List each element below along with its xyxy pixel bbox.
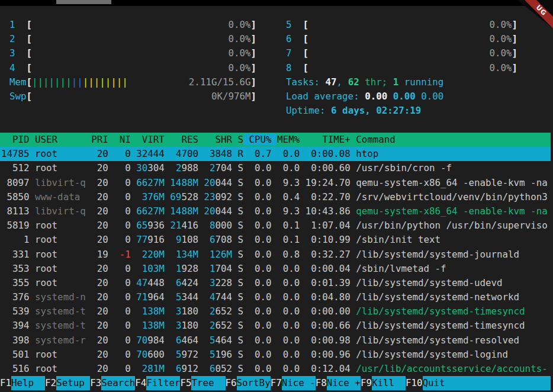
process-row[interactable]: 8097 libvirt-q 20 0 6627M 1488M 20044 S … <box>0 176 551 190</box>
fn-nice--button[interactable]: F7Nice - <box>271 376 316 390</box>
cell-shr-pad <box>198 177 204 188</box>
process-row[interactable]: 5850 www-data 20 0 376M 69528 23092 S 0.… <box>0 190 551 204</box>
cell-res: 928 <box>181 263 198 274</box>
process-row[interactable]: 1 root 20 0 77916 9108 6708 S 0.0 0.1 0:… <box>0 233 551 247</box>
cell-virt: 448 <box>147 277 165 288</box>
cell-shr: 704 <box>216 162 233 173</box>
process-row[interactable]: 353 root 20 0 103M 1928 1704 S 0.0 0.0 0… <box>0 262 551 276</box>
column-header-mem[interactable]: MEM% <box>277 134 300 145</box>
process-row[interactable]: 394 systemd-t 20 0 138M 3180 2652 S 0.0 … <box>0 319 551 333</box>
swap-meter-value: 0K/976M <box>211 89 251 104</box>
column-header-pri[interactable]: PRI <box>86 134 108 145</box>
column-header-res[interactable]: RES <box>165 134 198 145</box>
cell-time: 10:43.86 <box>300 205 351 217</box>
fn-nice--button[interactable]: F8Nice + <box>316 376 361 390</box>
fn-label-f1: Help <box>11 376 45 390</box>
cell-user: root <box>30 148 86 159</box>
fn-kill-button[interactable]: F9Kill <box>361 376 406 390</box>
cell-command: /usr/bin/python /usr/bin/superviso <box>351 220 548 231</box>
memory-meter-value: 2.11G/15.6G <box>189 75 251 89</box>
cpu-meter-1: 1 [0.0%] <box>9 18 256 32</box>
cell-ni: 0 <box>108 291 131 303</box>
column-header-user[interactable]: USER <box>30 134 86 145</box>
cell-user: root <box>30 220 86 231</box>
cell-res-prefix: 69 <box>170 191 181 203</box>
column-header-virt[interactable]: VIRT <box>131 134 165 145</box>
column-header-time[interactable]: TIME+ <box>300 134 351 145</box>
cell-mem-percent: 0.0 <box>272 277 300 288</box>
cell-virt: 220M <box>142 249 165 260</box>
memory-meter: Mem[|||||||||||||||||2.11G/15.6G] <box>9 75 256 89</box>
cell-virt: 138M <box>142 320 165 331</box>
cell-virt-pad <box>131 320 142 331</box>
cell-mem-percent: 0.1 <box>272 220 300 231</box>
column-header-command[interactable]: Command <box>351 134 396 145</box>
cpu-meter-7-label: 7 <box>286 46 303 60</box>
cell-pri: 20 <box>86 205 108 217</box>
fn-filter-button[interactable]: F4Filter <box>135 376 180 390</box>
cell-virt-prefix: 70 <box>136 335 147 346</box>
process-row[interactable]: 376 systemd-n 20 0 71964 5344 4744 S 0.0… <box>0 290 551 304</box>
cell-pid: 14785 <box>1 148 30 159</box>
column-header-s[interactable]: S <box>232 134 243 145</box>
cell-res: 912 <box>181 363 198 374</box>
cell-user: libvirt-q <box>30 205 86 217</box>
fn-key-f10: F10 <box>406 376 423 390</box>
fn-search-button[interactable]: F3Search <box>90 376 135 390</box>
cell-virt: 600 <box>147 349 165 360</box>
swap-meter-label: Swp <box>9 89 27 104</box>
cell-res: 180 <box>181 306 198 317</box>
fn-key-f3: F3 <box>90 376 101 390</box>
fn-sortby-button[interactable]: F6SortBy <box>226 376 271 390</box>
process-row[interactable]: 355 root 20 0 47448 6424 3228 S 0.0 0.0 … <box>0 276 551 290</box>
cell-res-pad <box>165 162 176 173</box>
process-row[interactable]: 8113 libvirt-q 20 0 6627M 1488M 20044 S … <box>0 204 551 219</box>
process-row[interactable]: 539 systemd-t 20 0 138M 3180 2652 S 0.0 … <box>0 304 551 319</box>
cell-user: www-data <box>30 191 86 203</box>
column-header-pid[interactable]: PID <box>1 134 30 145</box>
cell-time: 0:00.08 <box>300 148 351 159</box>
cell-state: S <box>232 277 243 288</box>
process-row[interactable]: 516 root 20 0 281M 6912 6052 S 0.0 0.0 0… <box>0 362 551 376</box>
process-row[interactable]: 398 systemd-r 20 0 70984 6464 5464 S 0.0… <box>0 333 551 348</box>
cell-state: S <box>232 191 243 203</box>
cell-shr-pad <box>198 148 210 159</box>
fn-quit-button[interactable]: F10Quit <box>406 376 551 390</box>
memory-meter-bar-segment: ||||||| <box>32 76 72 88</box>
cell-ni: 0 <box>108 205 131 217</box>
cpu-meter-3: 3 [0.0%] <box>9 46 256 60</box>
cell-pri: 20 <box>86 162 108 173</box>
cell-mem-percent: 0.0 <box>272 363 300 374</box>
cell-command: /lib/systemd/systemd-journald <box>351 249 519 260</box>
column-header-cpu[interactable]: CPU% <box>243 134 277 145</box>
cell-state: S <box>232 320 243 331</box>
process-row[interactable]: 331 root 19 -1 220M 134M 126M S 0.0 0.8 … <box>0 248 551 262</box>
cell-res: 1488M <box>170 177 198 188</box>
process-row[interactable]: 14785 root 20 0 32444 4700 3848 R 0.7 0.… <box>0 147 551 161</box>
process-row[interactable]: 501 root 20 0 70600 5972 5196 S 0.0 0.0 … <box>0 348 551 362</box>
fn-help-button[interactable]: F1Help <box>0 376 45 390</box>
cell-time: 0:32.27 <box>300 249 351 260</box>
table-header-row: PID USER PRI NI VIRT RES SHR S CPU% MEM%… <box>0 133 551 147</box>
cell-pid: 5850 <box>1 191 30 203</box>
process-table: PID USER PRI NI VIRT RES SHR S CPU% MEM%… <box>0 133 551 376</box>
cell-mem-percent: 9.3 <box>272 177 300 188</box>
column-header-ni[interactable]: NI <box>108 134 131 145</box>
cell-shr: 652 <box>215 306 232 317</box>
process-row[interactable]: 5819 root 20 0 65936 21416 8000 S 0.0 0.… <box>0 219 551 233</box>
cpu-meter-5-label: 5 <box>286 18 303 32</box>
process-row[interactable]: 512 root 20 0 30304 2988 2704 S 0.0 0.0 … <box>0 161 551 175</box>
cell-shr-prefix: 5 <box>210 335 216 346</box>
fn-setup-button[interactable]: F2Setup <box>45 376 90 390</box>
cell-state: S <box>232 363 243 374</box>
cell-pid: 331 <box>1 249 30 260</box>
cpu-meter-6-value: 0.0% <box>489 32 512 46</box>
fn-label-f6: SortBy <box>237 376 271 390</box>
cell-shr: 848 <box>216 148 233 159</box>
fn-tree-button[interactable]: F5Tree <box>180 376 225 390</box>
column-header-shr[interactable]: SHR <box>198 134 232 145</box>
cell-cpu-percent: 0.0 <box>243 349 272 360</box>
cell-mem-percent: 0.8 <box>272 249 300 260</box>
cell-pid: 353 <box>1 263 30 274</box>
cpu-meter-2-value: 0.0% <box>228 32 250 46</box>
